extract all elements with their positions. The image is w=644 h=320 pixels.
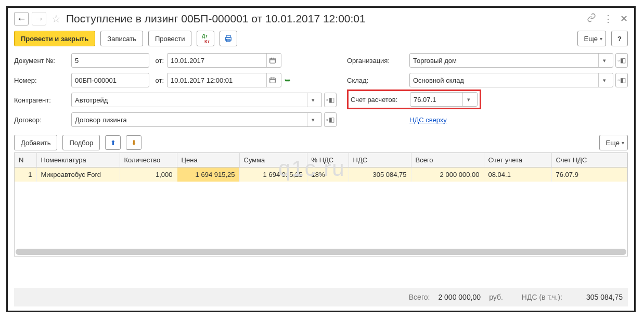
cell-qty[interactable]: 1,000 [120, 168, 177, 182]
org-label: Организация: [347, 57, 409, 65]
col-vat-pct[interactable]: % НДС [307, 153, 349, 168]
col-sum[interactable]: Сумма [239, 153, 307, 168]
footer-total-label: Всего: [409, 293, 430, 301]
org-input[interactable]: Торговый дом ▾ [409, 53, 613, 68]
save-button[interactable]: Записать [100, 31, 143, 46]
submit-close-button[interactable]: Провести и закрыть [14, 31, 95, 46]
doc-no-input[interactable]: 5 [71, 53, 149, 68]
dt-icon: Дт [202, 33, 208, 39]
contract-input[interactable]: Договор лизинга ▾ [71, 112, 322, 127]
link-icon[interactable] [587, 13, 596, 25]
calendar-icon[interactable] [266, 54, 278, 67]
svg-rect-3 [269, 58, 275, 63]
kebab-menu-icon[interactable]: ⋮ [603, 13, 613, 24]
favorite-star-icon[interactable]: ☆ [51, 12, 61, 25]
col-price[interactable]: Цена [177, 153, 239, 168]
col-total[interactable]: Всего [411, 153, 484, 168]
dropdown-icon[interactable]: ▾ [598, 54, 610, 67]
page-title: Поступление в лизинг 00БП-000001 от 10.0… [66, 12, 584, 25]
account-input[interactable]: 76.07.1 ▾ [410, 92, 478, 107]
contract-label: Договор: [14, 116, 71, 124]
number-input[interactable]: 00БП-000001 [71, 73, 149, 87]
open-ref-button[interactable]: ▫◧ [324, 93, 337, 107]
table-more-button[interactable]: Еще [599, 135, 628, 150]
dropdown-icon[interactable]: ▾ [598, 73, 610, 87]
cell-vat-pct[interactable]: 18% [307, 168, 349, 182]
number-label: Номер: [14, 76, 71, 84]
move-up-button[interactable]: ⬆ [105, 135, 121, 150]
account-label: Счет расчетов: [351, 96, 410, 104]
open-ref-button[interactable]: ▫◧ [324, 112, 337, 127]
dropdown-icon[interactable]: ▾ [307, 113, 318, 126]
cell-total[interactable]: 2 000 000,00 [411, 168, 484, 182]
cell-acct[interactable]: 08.04.1 [484, 168, 551, 182]
footer-total-value: 2 000 000,00 [438, 293, 481, 301]
cell-vat[interactable]: 305 084,75 [349, 168, 411, 182]
submit-button[interactable]: Провести [148, 31, 192, 46]
footer-vat-label: НДС (в т.ч.): [522, 293, 562, 301]
cell-sum[interactable]: 1 694 915,25 [239, 168, 307, 182]
kt-icon: Кт [202, 39, 210, 44]
printer-icon [224, 34, 233, 43]
table-row[interactable]: 1 Микроавтобус Ford 1,000 1 694 915,25 1… [15, 168, 627, 182]
warehouse-label: Склад: [347, 76, 409, 84]
cell-nomenclature[interactable]: Микроавтобус Ford [36, 168, 120, 182]
cell-vat-acct[interactable]: 76.07.9 [551, 168, 627, 182]
help-button[interactable]: ? [611, 31, 628, 46]
footer-vat-value: 305 084,75 [586, 293, 623, 301]
counterparty-input[interactable]: Автотрейд ▾ [71, 93, 322, 107]
nav-back-button[interactable]: 🠐 [14, 12, 29, 25]
number-date-input[interactable]: 10.01.2017 12:00:01 [167, 73, 281, 87]
counterparty-label: Контрагент: [14, 96, 71, 104]
move-down-button[interactable]: ⬇ [126, 135, 141, 150]
dtkt-button[interactable]: Дт Кт [197, 31, 214, 46]
date-from-label-2: от: [149, 76, 167, 84]
close-icon[interactable]: ✕ [620, 13, 628, 24]
doc-no-label: Документ №: [14, 57, 71, 65]
dropdown-icon[interactable]: ▾ [462, 93, 474, 106]
doc-date-input[interactable]: 10.01.2017 [167, 53, 281, 68]
arrow-down-icon: ⬇ [131, 139, 137, 147]
calendar-icon[interactable] [266, 73, 278, 87]
col-n[interactable]: N [15, 153, 36, 168]
nav-forward-button[interactable]: 🠒 [32, 12, 46, 25]
footer-currency: руб. [489, 293, 503, 301]
date-from-label-1: от: [149, 57, 167, 65]
col-qty[interactable]: Количество [120, 153, 177, 168]
arrow-up-icon: ⬆ [110, 139, 116, 147]
dropdown-icon[interactable]: ▾ [307, 93, 318, 107]
add-row-button[interactable]: Добавить [14, 135, 57, 150]
account-highlight: Счет расчетов: 76.07.1 ▾ [347, 89, 481, 109]
cell-n[interactable]: 1 [15, 168, 36, 182]
open-ref-button[interactable]: ▫◧ [615, 73, 628, 87]
open-ref-button[interactable]: ▫◧ [615, 53, 628, 68]
cell-price[interactable]: 1 694 915,25 [177, 168, 239, 182]
warehouse-input[interactable]: Основной склад ▾ [409, 73, 613, 87]
vat-mode-link[interactable]: НДС сверху [409, 116, 447, 124]
horizontal-scrollbar[interactable] [16, 249, 626, 255]
print-button[interactable] [220, 31, 237, 46]
col-acct[interactable]: Счет учета [484, 153, 551, 168]
pick-button[interactable]: Подбор [62, 135, 100, 150]
svg-rect-7 [269, 78, 275, 83]
goto-icon[interactable]: ➥ [285, 76, 291, 84]
more-button[interactable]: Еще [577, 31, 606, 46]
col-nomenclature[interactable]: Номенклатура [36, 153, 120, 168]
footer-totals: Всего: 2 000 000,00 руб. НДС (в т.ч.): 3… [14, 288, 628, 306]
col-vat[interactable]: НДС [349, 153, 411, 168]
items-table[interactable]: N Номенклатура Количество Цена Сумма % Н… [14, 152, 628, 257]
col-vat-acct[interactable]: Счет НДС [551, 153, 627, 168]
